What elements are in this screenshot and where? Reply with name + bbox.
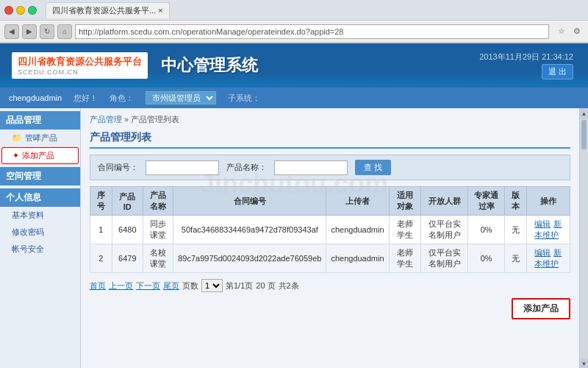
prev-page-link[interactable]: 上一页 (109, 280, 133, 291)
add-icon: ✦ (12, 151, 19, 160)
header-datetime: 2013年11月29日 21:34:12 (479, 52, 573, 63)
settings-icon[interactable]: ⚙ (570, 25, 584, 38)
address-input[interactable] (75, 24, 549, 39)
sidebar-item-manage-product[interactable]: 📁 管哮产品 (0, 130, 80, 146)
sidebar-section-space: 空间管理 (0, 167, 80, 185)
sidebar-section-title-space[interactable]: 空间管理 (0, 167, 80, 185)
sidebar-section-title-profile[interactable]: 个人信息 (0, 188, 80, 207)
product-input[interactable] (274, 160, 348, 175)
site-title: 中心管理系统 (161, 54, 258, 77)
sidebar-item-change-pwd[interactable]: 修改密码 (0, 224, 80, 241)
sidebar-item-label: 修改密码 (12, 227, 44, 238)
breadcrumb: 产品管理 » 产品管理列表 (90, 114, 570, 125)
sidebar-item-label: 管哮产品 (25, 132, 57, 144)
role-select[interactable]: 市州级管理员 (146, 91, 216, 105)
close-btn[interactable] (4, 6, 13, 15)
logo-box: 四川省教育资源公共服务平台 SCEDU.COM.CN (12, 52, 148, 79)
pagination: 首页 上一页 下一页 尾页 页数 1 第1/1页 20 页 共2条 (90, 279, 570, 292)
col-name: 产品名称 (143, 187, 173, 216)
per-page-info: 20 页 (256, 280, 275, 291)
browser-chrome: 四川省教育资源公共服务平... × ◀ ▶ ↻ ⌂ ☆ ⚙ (0, 0, 588, 43)
page-select[interactable]: 1 (201, 279, 223, 292)
back-button[interactable]: ◀ (4, 24, 19, 39)
table-header-row: 序号 产品ID 产品名称 合同编号 上传者 适用对象 开放人群 专家通过率 版本… (90, 187, 570, 216)
forward-button[interactable]: ▶ (22, 24, 37, 39)
top-nav: chengduadmin 您好！ 角色： 市州级管理员 子系统： (0, 88, 588, 108)
sidebar-item-add-product[interactable]: ✦ 添加产品 (1, 147, 79, 164)
folder-icon: 📁 (12, 133, 22, 143)
sidebar-section-product: 品品管理 📁 管哮产品 ✦ 添加产品 (0, 111, 80, 164)
col-version: 版本 (504, 187, 526, 216)
col-expert-rate: 专家通过率 (468, 187, 505, 216)
sidebar-section-profile: 个人信息 基本资料 修改密码 帐号安全 (0, 188, 80, 258)
total-info: 共2条 (279, 280, 299, 291)
sidebar-item-label: 添加产品 (22, 150, 54, 161)
nav-role-label: 角色： (110, 93, 134, 104)
col-target: 适用对象 (389, 187, 420, 216)
nav-username: chengduadmin (9, 93, 62, 102)
contract-input[interactable] (146, 160, 219, 175)
nav-greeting: 您好！ (74, 93, 98, 104)
refresh-button[interactable]: ↻ (40, 24, 54, 39)
search-bar: 合同编号： 产品名称： 查 找 (90, 155, 570, 180)
app-header: 四川省教育资源公共服务平台 SCEDU.COM.CN 中心管理系统 2013年1… (0, 43, 588, 88)
product-label: 产品名称： (226, 162, 267, 173)
logo-area: 四川省教育资源公共服务平台 SCEDU.COM.CN 中心管理系统 (12, 52, 258, 79)
contract-label: 合同编号： (98, 162, 138, 173)
address-bar: ◀ ▶ ↻ ⌂ ☆ ⚙ (0, 21, 588, 43)
maximize-btn[interactable] (28, 6, 37, 15)
scroll-down-arrow[interactable]: ▼ (580, 358, 588, 368)
product-table: 序号 产品ID 产品名称 合同编号 上传者 适用对象 开放人群 专家通过率 版本… (90, 186, 570, 273)
star-icon[interactable]: ☆ (555, 25, 568, 38)
breadcrumb-sep: » (124, 115, 131, 124)
browser-icons: ☆ ⚙ (555, 25, 584, 38)
page-label: 页数 (182, 280, 198, 291)
breadcrumb-current: 产品管理列表 (131, 115, 179, 124)
table-row: 16480同步课堂50fac34688334469a9472d78f09343a… (90, 216, 570, 244)
logo-main-text: 四川省教育资源公共服务平台 (18, 55, 142, 68)
last-page-link[interactable]: 尾页 (163, 280, 179, 291)
browser-tab[interactable]: 四川省教育资源公共服务平... × (46, 2, 170, 18)
op-link-编辑[interactable]: 编辑 (534, 219, 551, 228)
col-uploader: 上传者 (326, 187, 389, 216)
tab-label: 四川省教育资源公共服务平... × (52, 5, 163, 16)
sidebar-section-title-product[interactable]: 品品管理 (0, 111, 80, 130)
col-id: 产品ID (112, 187, 143, 216)
search-button[interactable]: 查 找 (355, 160, 391, 175)
op-link-编辑[interactable]: 编辑 (534, 248, 551, 257)
sidebar-item-label: 帐号安全 (12, 244, 44, 255)
scroll-up-arrow[interactable]: ▲ (580, 108, 588, 118)
breadcrumb-root[interactable]: 产品管理 (90, 115, 122, 124)
sidebar: 品品管理 📁 管哮产品 ✦ 添加产品 空间管理 个人信息 基本资料 (0, 108, 81, 368)
right-scrollbar: ▲ ▼ (579, 108, 588, 368)
scroll-thumb[interactable] (581, 120, 587, 149)
page-title: 产品管理列表 (90, 131, 570, 149)
col-seq: 序号 (90, 187, 112, 216)
first-page-link[interactable]: 首页 (90, 280, 106, 291)
col-ops: 操作 (526, 187, 570, 216)
col-audience: 开放人群 (420, 187, 468, 216)
sidebar-item-label: 基本资料 (12, 210, 44, 221)
table-row: 26479名校课堂89c7a9975d0024093d2022ade76059e… (90, 244, 570, 273)
app-wrapper: 四川省教育资源公共服务平台 SCEDU.COM.CN 中心管理系统 2013年1… (0, 43, 588, 368)
sidebar-item-basic-info[interactable]: 基本资料 (0, 207, 80, 224)
page-info: 第1/1页 (226, 280, 253, 291)
home-button[interactable]: ⌂ (57, 24, 72, 39)
logout-button[interactable]: 退 出 (542, 64, 573, 79)
add-product-button[interactable]: 添加产品 (512, 298, 570, 319)
main-body: 品品管理 📁 管哮产品 ✦ 添加产品 空间管理 个人信息 基本资料 (0, 108, 588, 368)
col-contract: 合同编号 (173, 187, 326, 216)
minimize-btn[interactable] (16, 6, 25, 15)
next-page-link[interactable]: 下一页 (136, 280, 160, 291)
titlebar: 四川省教育资源公共服务平... × (0, 0, 588, 21)
sidebar-item-account-security[interactable]: 帐号安全 (0, 241, 80, 258)
logo-sub-text: SCEDU.COM.CN (18, 68, 142, 76)
bottom-bar: 添加产品 (90, 298, 570, 319)
nav-subsystem-label: 子系统： (228, 93, 260, 104)
header-right: 2013年11月29日 21:34:12 退 出 (479, 52, 573, 79)
content-area: 产品管理 » 产品管理列表 产品管理列表 合同编号： 产品名称： 查 找 序号 (81, 108, 579, 368)
